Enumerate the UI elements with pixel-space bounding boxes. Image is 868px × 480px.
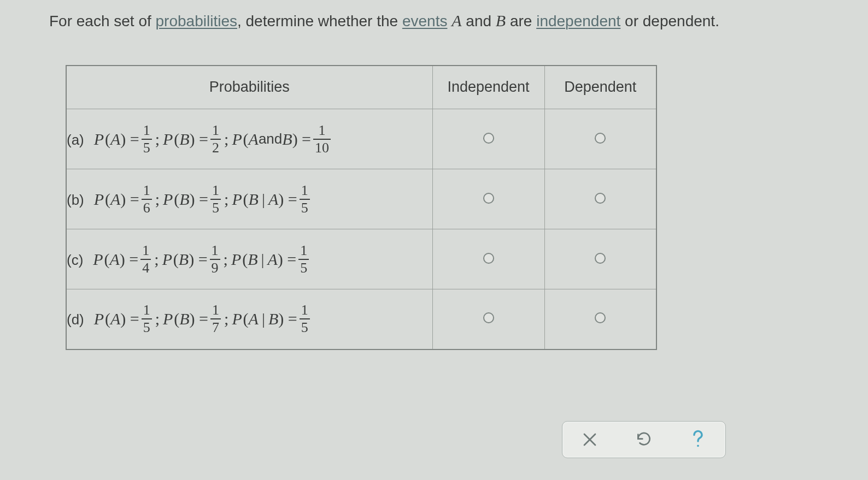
denominator: 9 — [210, 259, 220, 275]
var-b: B — [496, 11, 506, 29]
fraction: 15 — [300, 303, 310, 335]
independent-cell — [432, 229, 544, 289]
numerator: 1 — [142, 123, 152, 139]
probability-cell: (a)P (A) = 15;P (B) = 12;P (A and B) = 1… — [66, 109, 432, 169]
fraction: 15 — [210, 183, 221, 215]
link-independent[interactable]: independent — [536, 13, 620, 29]
independent-cell — [432, 109, 544, 169]
numerator: 1 — [142, 303, 152, 318]
denominator: 5 — [142, 318, 152, 335]
table-row: (b)P (A) = 16;P (B) = 15;P (B | A) = 15 — [66, 169, 656, 229]
denominator: 5 — [300, 318, 310, 335]
prompt-text: and — [462, 13, 496, 29]
math-expression: P (A) = 14;P (B) = 19;P (B | A) = 15 — [93, 244, 311, 275]
denominator: 2 — [210, 139, 221, 155]
dependent-cell — [544, 229, 656, 289]
radio-independent[interactable] — [483, 312, 494, 323]
denominator: 5 — [142, 139, 152, 155]
fraction: 17 — [210, 303, 221, 335]
probability-cell: (d)P (A) = 15;P (B) = 17;P (A | B) = 15 — [66, 289, 432, 349]
fraction: 15 — [300, 183, 310, 215]
var-a: A — [451, 11, 461, 29]
fraction: 110 — [313, 123, 331, 155]
table-row: (d)P (A) = 15;P (B) = 17;P (A | B) = 15 — [66, 289, 656, 349]
denominator: 7 — [210, 318, 221, 335]
row-label: (d) — [67, 311, 84, 328]
radio-dependent[interactable] — [595, 193, 606, 204]
probability-cell: (b)P (A) = 16;P (B) = 15;P (B | A) = 15 — [66, 169, 432, 229]
header-probabilities: Probabilities — [66, 66, 432, 109]
denominator: 5 — [300, 199, 310, 215]
prompt-text: or dependent. — [620, 13, 719, 29]
question-prompt: For each set of probabilities, determine… — [49, 10, 819, 32]
radio-dependent[interactable] — [595, 312, 606, 323]
numerator: 1 — [210, 303, 221, 318]
probability-table: Probabilities Independent Dependent (a)P… — [66, 65, 657, 350]
header-independent: Independent — [432, 66, 544, 109]
clear-icon[interactable] — [571, 426, 609, 453]
denominator: 10 — [313, 139, 331, 155]
radio-independent[interactable] — [483, 193, 494, 204]
fraction: 12 — [210, 123, 221, 155]
radio-independent[interactable] — [483, 253, 494, 264]
svg-point-2 — [697, 445, 699, 447]
fraction: 16 — [142, 183, 152, 215]
numerator: 1 — [317, 123, 327, 139]
link-events[interactable]: events — [402, 13, 448, 29]
fraction: 14 — [140, 244, 151, 275]
numerator: 1 — [210, 183, 221, 199]
math-expression: P (A) = 15;P (B) = 12;P (A and B) = 110 — [94, 123, 333, 155]
prompt-text: are — [506, 13, 536, 29]
probability-cell: (c)P (A) = 14;P (B) = 19;P (B | A) = 15 — [66, 229, 432, 289]
denominator: 4 — [140, 259, 151, 275]
math-expression: P (A) = 15;P (B) = 17;P (A | B) = 15 — [94, 303, 312, 335]
radio-independent[interactable] — [483, 133, 494, 144]
numerator: 1 — [210, 244, 220, 259]
denominator: 6 — [142, 199, 152, 215]
dependent-cell — [544, 289, 656, 349]
numerator: 1 — [300, 303, 310, 318]
fraction: 15 — [142, 123, 152, 155]
denominator: 5 — [298, 259, 309, 275]
independent-cell — [432, 169, 544, 229]
denominator: 5 — [210, 199, 221, 215]
numerator: 1 — [300, 183, 310, 199]
numerator: 1 — [142, 183, 152, 199]
radio-dependent[interactable] — [595, 133, 606, 144]
table-row: (c)P (A) = 14;P (B) = 19;P (B | A) = 15 — [66, 229, 656, 289]
fraction: 15 — [298, 244, 309, 275]
row-label: (a) — [67, 132, 84, 148]
header-dependent: Dependent — [544, 66, 656, 109]
table-row: (a)P (A) = 15;P (B) = 12;P (A and B) = 1… — [66, 109, 656, 169]
answer-toolbar — [562, 421, 726, 458]
fraction: 19 — [210, 244, 220, 275]
prompt-text: , determine whether the — [237, 13, 402, 29]
dependent-cell — [544, 169, 656, 229]
numerator: 1 — [298, 244, 309, 259]
row-label: (b) — [67, 192, 84, 208]
radio-dependent[interactable] — [595, 253, 606, 264]
math-expression: P (A) = 16;P (B) = 15;P (B | A) = 15 — [94, 183, 312, 215]
row-label: (c) — [67, 252, 83, 268]
numerator: 1 — [140, 244, 151, 259]
link-probabilities[interactable]: probabilities — [156, 13, 237, 29]
numerator: 1 — [210, 123, 221, 139]
help-icon[interactable] — [679, 426, 717, 453]
prompt-text: For each set of — [49, 13, 156, 29]
independent-cell — [432, 289, 544, 349]
fraction: 15 — [142, 303, 152, 335]
dependent-cell — [544, 109, 656, 169]
reset-icon[interactable] — [625, 426, 663, 453]
